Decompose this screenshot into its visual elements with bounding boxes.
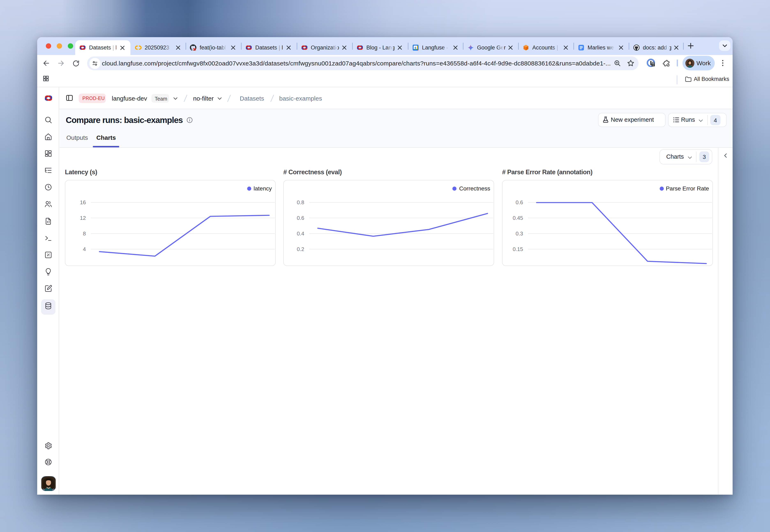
svg-text:0.4: 0.4 xyxy=(297,230,304,237)
svg-text:12: 12 xyxy=(80,215,86,221)
svg-text:0.6: 0.6 xyxy=(297,215,304,221)
svg-text:0.8: 0.8 xyxy=(297,199,304,205)
svg-text:0.45: 0.45 xyxy=(512,215,523,221)
svg-text:4: 4 xyxy=(83,246,86,252)
svg-text:Correctness: Correctness xyxy=(459,185,490,192)
svg-text:16: 16 xyxy=(80,199,86,205)
svg-text:latency: latency xyxy=(254,185,272,192)
svg-text:Parse Error Rate: Parse Error Rate xyxy=(666,185,709,192)
svg-text:0.2: 0.2 xyxy=(297,246,304,252)
svg-text:8: 8 xyxy=(83,230,86,237)
svg-text:0.15: 0.15 xyxy=(512,246,523,252)
svg-text:0.6: 0.6 xyxy=(516,199,523,205)
svg-text:6: 6 xyxy=(415,46,416,49)
svg-text:0.3: 0.3 xyxy=(516,230,523,237)
